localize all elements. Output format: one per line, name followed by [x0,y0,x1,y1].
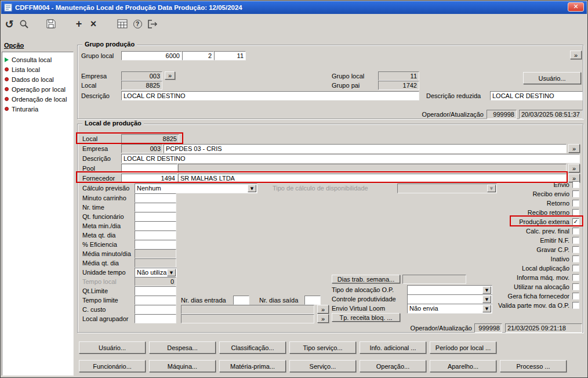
c-custo-input[interactable] [135,305,176,314]
bottom-action-button[interactable]: Processo ... [500,360,567,372]
checkbox[interactable] [572,237,579,244]
sidebar-item[interactable]: Lista local [2,64,73,74]
chevron-down-icon[interactable]: ▼ [167,269,176,276]
checkbox-row[interactable]: Emitir N.F. [446,236,579,245]
add-icon[interactable]: + [71,16,86,31]
nr-time-input[interactable] [135,203,176,212]
lp-empresa-desc-input[interactable] [164,144,567,153]
checkbox[interactable]: ✓ [572,218,579,225]
lp-empresa-label: Empresa [82,145,108,152]
checkbox-row[interactable]: Gravar C.P. [446,245,579,254]
checkbox-row[interactable]: Recibo retorno [446,208,579,217]
descricao-label: Descrição [81,92,110,99]
local-agrupador-input[interactable] [135,314,176,323]
pool-lookup-button[interactable]: » [568,164,580,172]
checkbox[interactable] [572,181,579,188]
minuto-carrinho-input[interactable] [135,193,176,203]
close-icon[interactable]: ✕ [568,2,584,12]
checkbox[interactable] [572,302,579,309]
usuario-button[interactable]: Usuário... [523,72,581,84]
sidebar-item-icon [5,87,9,91]
checkbox-row[interactable]: Envio [446,180,579,189]
checkbox[interactable] [572,228,579,235]
tempo-limite-input[interactable] [135,296,176,305]
calculo-previsao-select[interactable]: Nenhum ▼ [135,183,257,193]
descricao-reduzida-input[interactable] [490,91,583,100]
chevron-down-icon[interactable]: ▼ [248,185,256,192]
sidebar-item[interactable]: Operação por local [2,84,73,94]
sidebar-item[interactable]: Ordenação de local [2,94,73,104]
calendar-icon[interactable] [115,16,130,31]
bottom-action-button[interactable]: Operação... [360,360,426,372]
save-icon[interactable] [43,16,59,31]
bottom-action-button[interactable]: Info. adicional ... [360,341,426,354]
grupo-local-input-3[interactable] [214,51,246,60]
fornecedor-input[interactable] [121,174,177,183]
grupo-local-input-1[interactable] [121,51,182,60]
checkbox-row[interactable]: Gera ficha fornecedor [446,291,579,301]
checkbox[interactable] [572,293,579,300]
qt-funcionario-input[interactable] [135,212,176,221]
checkbox-row[interactable]: Produção externa ✓ [446,217,579,226]
checkbox[interactable] [572,255,579,262]
checkbox[interactable] [572,190,579,197]
qt-limite-label: Qt.Limite [82,287,108,294]
checkbox-row[interactable]: Informa máq. mov. [446,273,579,282]
qt-limite-input[interactable] [135,286,176,296]
checkbox-row[interactable]: Inativo [446,254,579,264]
descricao-input[interactable] [121,91,419,100]
sidebar-item[interactable]: Consulta local [2,55,73,64]
lp-empresa-lookup-button[interactable]: » [568,144,580,153]
checkbox[interactable] [572,283,579,290]
pool-input[interactable] [121,164,177,173]
checkbox-row[interactable]: Valida parte mov. da O.P. [446,301,579,310]
help-icon[interactable]: ? [130,16,145,31]
checkbox-row[interactable]: Retorno [446,199,579,208]
checkbox-label: Utilizar na alocação [514,283,569,290]
exit-icon[interactable] [145,16,160,31]
bottom-action-button[interactable]: Máquina... [149,360,216,372]
bottom-action-button[interactable]: Classificação... [219,341,286,354]
checkbox[interactable] [572,274,579,281]
lp-descricao-input[interactable] [121,154,580,163]
checkbox-row[interactable]: Local duplicação [446,264,579,273]
bottom-action-button[interactable]: Período por local ... [430,341,496,354]
local-agrupador-lookup-button[interactable]: » [317,314,329,323]
meta-min-dia-input[interactable] [135,221,176,231]
bottom-action-button[interactable]: Despesa... [149,341,216,354]
tp-receita-bloq-button[interactable]: Tp. receita bloq. ... [332,313,400,322]
empresa-lookup-button[interactable]: » [165,71,175,80]
nr-dias-saida-input[interactable] [304,296,321,305]
bottom-action-button[interactable]: Serviço... [289,360,356,372]
bottom-action-button[interactable]: Matéria-prima... [219,360,286,372]
checkbox-label: Valida parte mov. da O.P. [498,302,569,309]
bottom-action-button[interactable]: Usuário... [79,341,146,354]
search-icon[interactable] [16,16,31,31]
checkbox-row[interactable]: Utilizar na alocação [446,282,579,291]
c-custo-lookup-button[interactable]: » [317,305,329,314]
checkbox[interactable] [572,209,579,216]
checkbox[interactable] [572,246,579,253]
bottom-action-button[interactable]: Tipo serviço... [289,341,356,354]
checkbox-row[interactable]: Calc. prev. final [446,226,579,236]
meta-qt-dia-input[interactable] [135,231,176,240]
undo-icon[interactable]: ↺ [2,16,17,31]
sidebar-item-label: Ordenação de local [12,96,67,103]
eficiencia-input[interactable] [135,240,176,249]
delete-icon[interactable]: × [86,16,101,31]
grupo-local-lookup-button[interactable]: » [570,51,582,59]
lp-empresa-field [121,144,163,153]
nr-dias-entrada-input[interactable] [233,296,249,305]
sidebar-item[interactable]: Tinturaria [2,104,73,114]
sidebar-item[interactable]: Dados do local [2,74,73,84]
controle-produtividade-label: Controle produtividade [332,296,396,303]
fornecedor-label: Fornecedor [82,175,115,182]
checkbox-row[interactable]: Recibo envio [446,189,579,199]
checkbox[interactable] [572,265,579,272]
grupo-local-input-2[interactable] [182,51,214,60]
bottom-action-button[interactable]: Aparelho... [430,360,496,372]
bottom-action-button[interactable]: Funcionário... [79,360,146,372]
checkbox[interactable] [572,200,579,207]
unidade-tempo-select[interactable]: Não utiliza ▼ [135,268,177,278]
dias-trab-semana-button[interactable]: Dias trab. semana... [332,275,400,283]
